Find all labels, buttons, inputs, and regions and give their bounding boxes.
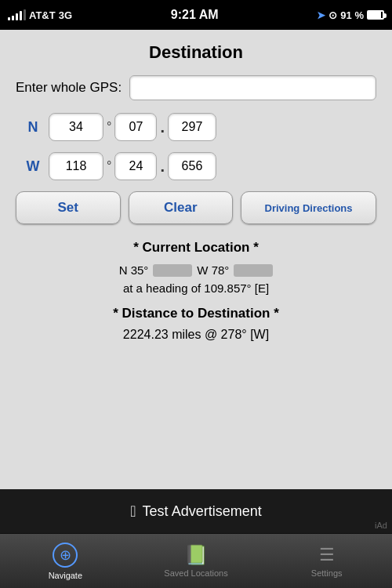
lon-blurred [234,264,273,277]
lat-degree-symbol: ° [107,120,111,134]
lat-seconds-field[interactable]: 297 [168,113,216,141]
status-right: ➤ ⊙ 91 % [317,9,384,21]
driving-directions-button[interactable]: Driving Directions [241,191,376,224]
battery-icon [367,10,384,20]
location-coords: N 35° W 78° [16,263,376,277]
navigate-icon: ⊕ [53,543,78,568]
status-bar: AT&T 3G 9:21 AM ➤ ⊙ 91 % [0,0,392,30]
gps-input[interactable] [129,75,376,100]
gps-row: Enter whole GPS: [16,75,376,100]
main-content: Destination Enter whole GPS: N 34 ° 07 .… [0,30,392,489]
sync-icon: ⊙ [328,9,337,21]
location-icon: ➤ [317,9,325,21]
tab-bar: ⊕ Navigate 📗 Saved Locations ☰ Settings [0,533,392,588]
lat-letter: N [24,119,42,136]
lon-deg-label: W 78° [197,263,229,277]
lon-seconds-field[interactable]: 656 [168,152,216,180]
tab-navigate-label: Navigate [49,571,82,580]
lon-degrees-field[interactable]: 118 [49,152,103,180]
lat-degrees-field[interactable]: 34 [49,113,103,141]
tab-settings[interactable]: ☰ Settings [261,534,392,588]
ad-text: Test Advertisement [143,503,262,520]
lon-minutes-field[interactable]: 24 [114,152,157,180]
signal-bar-4 [20,11,22,20]
lon-letter: W [24,158,42,175]
current-location-title: * Current Location * [16,240,376,256]
status-time: 9:21 AM [171,8,219,22]
info-section: * Current Location * N 35° W 78° at a he… [16,240,376,342]
battery-label: 91 % [340,9,364,21]
tab-settings-label: Settings [311,568,343,578]
lon-degree-symbol: ° [107,159,111,173]
signal-bar-5 [24,9,26,20]
distance-value: 2224.23 miles @ 278° [W] [16,328,376,342]
iad-label: iAd [375,521,387,530]
lat-dot-separator: . [160,118,165,136]
heading-text: at a heading of 109.857° [E] [16,281,376,295]
ad-content:  Test Advertisement [130,503,261,521]
signal-bar-2 [12,16,14,20]
sliders-icon: ☰ [314,545,340,565]
gps-label: Enter whole GPS: [16,80,122,96]
buttons-row: Set Clear Driving Directions [16,191,376,224]
ad-banner[interactable]:  Test Advertisement iAd [0,489,392,533]
lat-deg-label: N 35° [119,263,149,277]
longitude-row: W 118 ° 24 . 656 [16,152,376,180]
signal-bar-1 [8,17,10,20]
distance-title: * Distance to Destination * [16,306,376,321]
lon-minutes-value: 24 [129,159,143,173]
set-button[interactable]: Set [16,191,121,224]
carrier-label: AT&T [29,9,56,21]
lat-minutes-value: 07 [129,120,143,134]
lon-seconds-value: 656 [182,159,203,173]
tab-saved-locations[interactable]: 📗 Saved Locations [131,534,262,588]
signal-bars [8,9,26,20]
status-left: AT&T 3G [8,9,72,21]
lat-seconds-value: 297 [182,120,203,134]
network-label: 3G [59,9,72,21]
lat-blurred [153,264,192,277]
lat-minutes-field[interactable]: 07 [114,113,157,141]
lon-dot-separator: . [160,158,165,176]
lat-degrees-value: 34 [69,120,83,134]
clear-button[interactable]: Clear [129,191,234,224]
apple-icon:  [130,503,136,521]
lon-degrees-value: 118 [66,159,87,173]
tab-navigate[interactable]: ⊕ Navigate [0,534,131,588]
page-title: Destination [16,42,376,63]
signal-bar-3 [16,13,18,20]
latitude-row: N 34 ° 07 . 297 [16,113,376,141]
tab-saved-label: Saved Locations [164,568,227,578]
map-icon: 📗 [183,545,209,565]
